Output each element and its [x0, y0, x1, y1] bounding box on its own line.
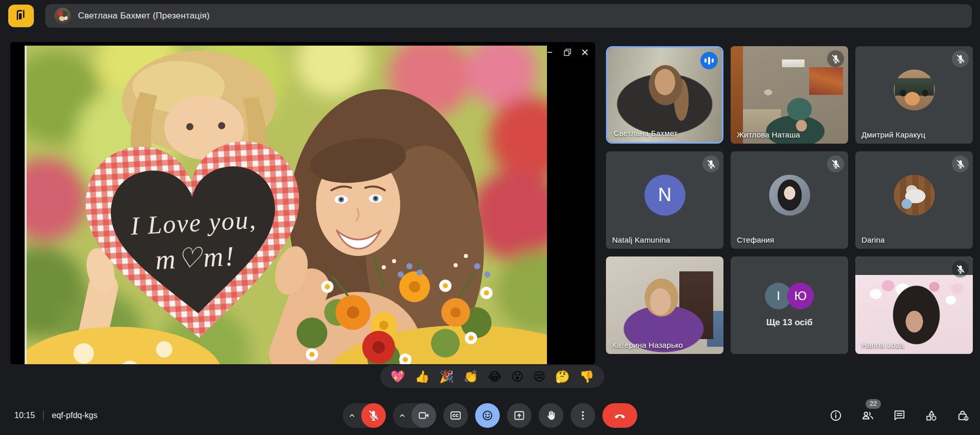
- meet-call-screen: { "brand": {"icon": "door-icon", "color"…: [0, 0, 980, 435]
- overflow-participants: ІЮ Ще 13 осіб: [731, 256, 848, 354]
- reaction-button[interactable]: 👍: [415, 371, 429, 383]
- overflow-letter-avatar: Ю: [787, 283, 814, 309]
- divider: [43, 410, 44, 421]
- shared-screen-tile[interactable]: I Love you, m♡m!: [10, 42, 595, 364]
- window-restore-button[interactable]: [562, 47, 573, 57]
- participant-tile[interactable]: Darina: [855, 151, 973, 249]
- door-icon: [14, 8, 28, 24]
- present-button[interactable]: [507, 403, 532, 428]
- captions-button[interactable]: [443, 403, 468, 428]
- participant-tile[interactable]: Дмитрий Каракуц: [855, 46, 973, 144]
- overflow-label: Ще 13 осіб: [767, 318, 813, 328]
- activities-button[interactable]: [925, 409, 938, 422]
- camera-toggle-button[interactable]: [411, 403, 436, 428]
- mic-off-icon: [952, 50, 969, 67]
- meeting-code: eqf-pfdq-kgs: [52, 411, 97, 420]
- mic-off-icon: [702, 155, 719, 172]
- participant-avatar: [894, 174, 935, 215]
- participant-avatar: [769, 174, 810, 215]
- participant-tile[interactable]: N Natalj Kamunina: [606, 151, 723, 249]
- participant-tile[interactable]: Светлана Бахмет: [606, 46, 723, 144]
- host-controls-button[interactable]: [956, 409, 970, 422]
- mic-off-icon: [952, 155, 969, 172]
- app-logo: [8, 5, 34, 27]
- reaction-button[interactable]: 😢: [533, 371, 545, 383]
- presenter-avatar: [54, 8, 71, 24]
- reaction-button[interactable]: 💖: [390, 371, 405, 383]
- participant-tile[interactable]: Стефания: [731, 151, 848, 249]
- participant-tile[interactable]: ІЮ Ще 13 осіб: [731, 256, 848, 354]
- clock-time: 10:15: [14, 411, 35, 420]
- mic-toggle-button[interactable]: [361, 403, 386, 428]
- info-icon: [829, 416, 842, 424]
- host-controls-icon: [956, 416, 970, 424]
- end-call-button[interactable]: [602, 403, 637, 428]
- participant-avatar: [894, 69, 935, 110]
- audio-level-icon: [700, 52, 718, 69]
- chat-button[interactable]: [893, 409, 906, 422]
- mic-options-button[interactable]: [343, 403, 361, 428]
- presentation-title: Светлана Бахмет (Презентація): [78, 11, 210, 21]
- participant-name: Катерина Назарько: [612, 341, 683, 349]
- people-button[interactable]: 22: [861, 409, 874, 422]
- window-close-button[interactable]: [580, 47, 590, 57]
- participant-name: Дмитрий Каракуц: [861, 130, 926, 139]
- window-minimize-button[interactable]: [545, 47, 555, 57]
- overflow-avatars: ІЮ: [765, 283, 814, 309]
- people-icon: [861, 416, 874, 424]
- shared-window-controls: [545, 47, 590, 57]
- participant-video: [606, 256, 723, 354]
- reaction-button[interactable]: 😂: [488, 371, 502, 383]
- reaction-button[interactable]: 🎉: [439, 371, 454, 383]
- reaction-button[interactable]: 👎: [579, 371, 594, 383]
- call-controls: [343, 403, 637, 428]
- mic-off-icon: [827, 50, 844, 67]
- participant-avatar: N: [644, 174, 685, 215]
- participant-tile[interactable]: Катерина Назарько: [606, 256, 723, 354]
- chat-icon: [893, 416, 906, 424]
- meeting-details-button[interactable]: [829, 409, 842, 422]
- shared-photo: I Love you, m♡m!: [25, 46, 547, 364]
- reaction-button[interactable]: 👏: [463, 371, 478, 383]
- more-options-button[interactable]: [571, 403, 595, 428]
- participant-name: Hanna Loza: [861, 341, 904, 349]
- participant-count-badge: 22: [866, 399, 881, 409]
- participant-name: Стефания: [737, 235, 774, 244]
- panel-buttons: 22: [829, 409, 970, 422]
- participant-name: Житлова Наташа: [737, 130, 800, 139]
- reaction-button[interactable]: 😮: [511, 371, 523, 383]
- reactions-bar: 💖👍🎉👏😂😮😢🤔👎: [380, 365, 604, 388]
- participant-name: Darina: [861, 235, 885, 244]
- participant-name: Светлана Бахмет: [614, 129, 678, 137]
- camera-control-group: [393, 403, 436, 428]
- reactions-button[interactable]: [475, 403, 500, 428]
- participant-tile[interactable]: Житлова Наташа: [731, 46, 848, 144]
- heart-sign-line2: m♡m!: [154, 241, 236, 275]
- presentation-title-bar: Светлана Бахмет (Презентація): [45, 4, 972, 28]
- participant-name: Natalj Kamunina: [612, 235, 670, 244]
- reaction-button[interactable]: 🤔: [555, 371, 570, 383]
- camera-options-button[interactable]: [393, 403, 411, 428]
- activities-icon: [925, 416, 938, 424]
- mic-off-icon: [827, 155, 844, 172]
- raise-hand-button[interactable]: [539, 403, 563, 428]
- participant-tile[interactable]: Hanna Loza: [855, 256, 973, 354]
- mic-off-icon: [952, 261, 969, 278]
- participants-grid: Светлана Бахмет Житлова Наташа Дмитрий К…: [606, 46, 973, 354]
- mic-control-group: [343, 403, 386, 428]
- meeting-info: 10:15 eqf-pfdq-kgs: [14, 408, 97, 423]
